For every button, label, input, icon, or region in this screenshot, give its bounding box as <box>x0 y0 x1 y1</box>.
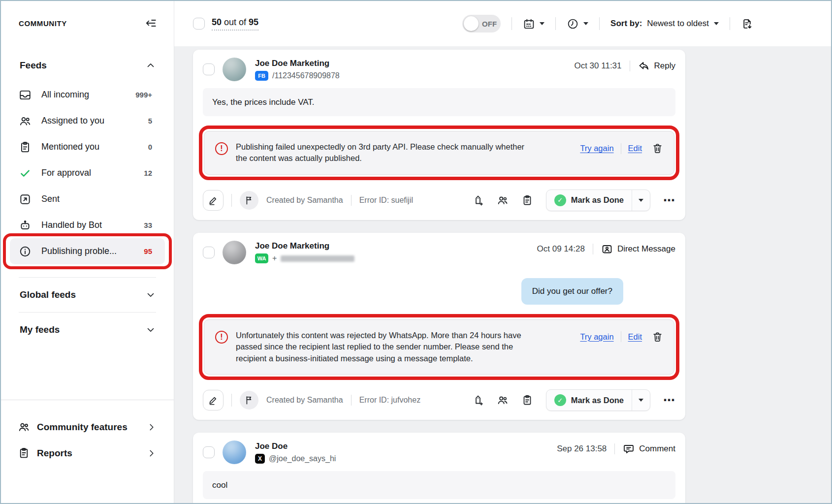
try-again-link[interactable]: Try again <box>580 332 613 342</box>
card-checkbox[interactable] <box>203 247 215 258</box>
notes-icon[interactable] <box>521 194 533 206</box>
community-features-link[interactable]: Community features <box>18 414 157 440</box>
reports-label: Reports <box>37 448 72 459</box>
edit-link[interactable]: Edit <box>628 332 642 342</box>
selection-summary[interactable]: 50 out of 95 <box>212 17 258 31</box>
author-handle: /112345678909878 <box>272 71 340 80</box>
annotated-error-region: ! Publishing failed unexpectedly on 3rd … <box>204 131 674 175</box>
mark-as-done-dropdown[interactable] <box>632 190 650 211</box>
select-all-checkbox[interactable] <box>193 18 205 30</box>
feeds-list: All incoming 999+ Assigned to you 5 Ment… <box>1 82 174 264</box>
sidebar-item-mentioned-you[interactable]: Mentioned you 0 <box>10 134 165 160</box>
sidebar-item-label: Publishing proble... <box>41 246 117 256</box>
feed-list: Joe Doe Marketing FB /112345678909878 Oc… <box>174 46 831 503</box>
whatsapp-badge-icon: WA <box>255 253 268 263</box>
flag-button[interactable] <box>240 391 258 410</box>
bulk-mode-toggle[interactable]: OFF <box>462 15 501 32</box>
divider <box>231 194 232 207</box>
assign-user-icon[interactable] <box>497 394 509 406</box>
pencil-icon <box>208 195 219 206</box>
card-checkbox[interactable] <box>203 446 215 458</box>
time-filter-button[interactable] <box>567 18 588 30</box>
mark-as-done-label: Mark as Done <box>571 195 624 205</box>
sort-dropdown[interactable]: Sort by: Newest to oldest <box>610 19 719 29</box>
feeds-section-header[interactable]: Feeds <box>1 60 174 71</box>
date-filter-button[interactable] <box>523 18 544 30</box>
annotated-error-region: ! Unfortunately this content was rejecte… <box>204 319 674 375</box>
message-text: cool <box>212 480 227 490</box>
reply-action[interactable]: Reply <box>638 60 675 72</box>
notes-icon[interactable] <box>521 394 533 406</box>
direct-message-action[interactable]: Direct Message <box>601 243 675 255</box>
sort-by-label: Sort by: <box>610 19 642 29</box>
sidebar-item-all-incoming[interactable]: All incoming 999+ <box>10 82 165 108</box>
comment-action[interactable]: Comment <box>623 443 675 455</box>
sidebar-item-count: 0 <box>148 143 152 151</box>
add-tag-icon[interactable] <box>472 194 484 206</box>
internal-note-button[interactable] <box>203 190 224 211</box>
feed-card-x: Joe Doe X @joe_doe_says_hi Sep 26 13:58 … <box>193 433 685 503</box>
chevron-down-icon <box>145 324 156 335</box>
error-text: Unfortunately this content was rejected … <box>236 330 531 364</box>
feeds-section-title: Feeds <box>20 60 47 71</box>
facebook-badge-icon: FB <box>255 71 268 81</box>
export-icon[interactable] <box>741 18 753 30</box>
sidebar-item-sent[interactable]: Sent <box>10 186 165 212</box>
assign-user-icon[interactable] <box>497 194 509 206</box>
sidebar-item-count: 33 <box>144 221 152 229</box>
toggle-label: OFF <box>482 20 497 28</box>
feed-card-facebook: Joe Doe Marketing FB /112345678909878 Oc… <box>193 50 685 220</box>
main-area: 50 out of 95 OFF <box>174 1 831 503</box>
timestamp: Oct 30 11:31 <box>574 61 621 71</box>
card-checkbox[interactable] <box>203 63 215 75</box>
reports-link[interactable]: Reports <box>18 440 157 466</box>
app-title: COMMUNITY <box>19 19 67 28</box>
more-options-button[interactable]: ⋯ <box>663 194 675 206</box>
sidebar-item-label: Assigned to you <box>41 116 104 126</box>
mark-as-done-dropdown[interactable] <box>632 390 650 410</box>
sidebar-item-label: For approval <box>41 168 91 178</box>
author-name: Joe Doe Marketing <box>255 241 354 251</box>
publishing-error-banner: ! Publishing failed unexpectedly on 3rd … <box>204 131 674 175</box>
action-label: Comment <box>639 444 675 454</box>
edit-link[interactable]: Edit <box>628 144 642 153</box>
my-feeds-title: My feeds <box>20 324 60 335</box>
sidebar-item-for-approval[interactable]: For approval 12 <box>10 160 165 186</box>
sidebar-item-publishing-problems[interactable]: Publishing proble... 95 <box>10 238 165 264</box>
sidebar-item-assigned-to-you[interactable]: Assigned to you 5 <box>10 108 165 134</box>
sidebar-item-count: 95 <box>144 247 152 255</box>
add-tag-icon[interactable] <box>472 394 484 406</box>
toggle-knob <box>464 16 479 31</box>
divider <box>599 17 600 30</box>
send-icon <box>19 193 32 206</box>
sidebar: COMMUNITY Feeds All incoming 999+ Assign… <box>1 1 174 503</box>
timestamp: Sep 26 13:58 <box>557 444 607 454</box>
created-by: Created by Samantha <box>266 396 343 405</box>
flag-button[interactable] <box>240 191 258 210</box>
action-label: Reply <box>654 61 675 71</box>
delete-icon[interactable] <box>652 331 663 343</box>
mark-as-done-label: Mark as Done <box>571 396 624 405</box>
my-feeds-header[interactable]: My feeds <box>1 324 174 335</box>
try-again-link[interactable]: Try again <box>580 144 613 153</box>
flag-icon <box>244 395 255 406</box>
sidebar-item-handled-by-bot[interactable]: Handled by Bot 33 <box>10 212 165 238</box>
created-by: Created by Samantha <box>266 196 343 205</box>
divider <box>630 61 630 71</box>
global-feeds-header[interactable]: Global feeds <box>1 289 174 300</box>
mark-as-done-button[interactable]: ✓ Mark as Done <box>546 189 650 211</box>
delete-icon[interactable] <box>652 143 663 154</box>
global-feeds-title: Global feeds <box>20 289 76 300</box>
clock-icon <box>567 18 579 30</box>
publishing-error-banner: ! Unfortunately this content was rejecte… <box>204 319 674 375</box>
collapse-sidebar-icon[interactable] <box>144 17 157 30</box>
more-options-button[interactable]: ⋯ <box>663 394 675 406</box>
error-id: Error ID: suefijil <box>359 196 413 205</box>
reply-icon <box>638 60 650 72</box>
people-icon <box>19 115 32 127</box>
mark-as-done-button[interactable]: ✓ Mark as Done <box>546 389 650 411</box>
check-icon <box>19 167 32 180</box>
internal-note-button[interactable] <box>203 390 224 410</box>
divider <box>621 143 621 154</box>
check-icon: ✓ <box>554 194 566 206</box>
